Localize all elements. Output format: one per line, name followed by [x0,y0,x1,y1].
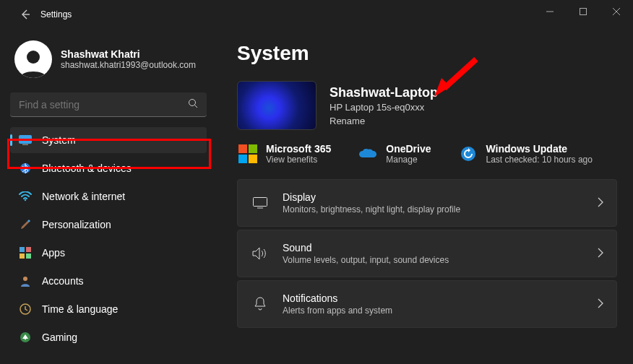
svg-point-5 [189,100,196,106]
svg-rect-19 [254,198,267,207]
accounts-icon [19,274,32,287]
sidebar-item-network[interactable]: Network & internet [10,183,207,209]
device-model: HP Laptop 15s-eq0xxx [330,102,438,113]
onedrive-icon [358,144,377,163]
card-sound[interactable]: Sound Volume levels, output, input, soun… [237,230,617,277]
sidebar-item-accounts[interactable]: Accounts [10,268,207,294]
chevron-right-icon [598,298,603,311]
bell-icon [251,297,270,311]
search-box[interactable] [10,92,207,117]
update-icon [459,144,478,163]
paintbrush-icon [19,218,32,231]
rename-link[interactable]: Rename [330,116,438,126]
card-sub: Volume levels, output, input, sound devi… [283,255,449,265]
card-title: Sound [283,242,449,254]
sidebar-item-gaming[interactable]: Gaming [10,324,207,350]
service-sub: Last checked: 10 hours ago [486,155,593,165]
system-icon [19,134,32,147]
sidebar-item-label: Network & internet [42,191,125,202]
svg-rect-8 [22,144,28,146]
sidebar-item-label: Apps [42,247,65,259]
device-wallpaper [237,81,316,130]
window-title: Settings [40,9,72,20]
card-notifications[interactable]: Notifications Alerts from apps and syste… [237,280,617,328]
sidebar-item-label: System [42,134,76,146]
card-title: Notifications [283,292,392,304]
svg-rect-7 [20,136,32,144]
sidebar-item-bluetooth[interactable]: Bluetooth & devices [10,155,207,181]
svg-rect-14 [26,254,31,259]
settings-cards: Display Monitors, brightness, night ligh… [237,179,617,328]
svg-point-4 [27,51,40,64]
svg-line-6 [195,105,198,108]
back-button[interactable] [13,2,38,27]
sound-icon [251,247,270,260]
sidebar-item-apps[interactable]: Apps [10,240,207,266]
window-controls [533,0,633,23]
svg-rect-13 [20,254,25,259]
maximize-button[interactable] [567,0,600,23]
minimize-button[interactable] [533,0,567,23]
svg-rect-11 [20,247,25,252]
nav-list: System Bluetooth & devices Network & int… [10,127,207,350]
sidebar: Shashwat Khatri shashwat.khatri1993@outl… [0,29,217,364]
sidebar-item-time[interactable]: Time & language [10,296,207,322]
chevron-right-icon [598,197,603,209]
avatar [14,40,52,78]
microsoft-icon [238,144,257,163]
sidebar-item-label: Time & language [42,303,118,315]
search-input[interactable] [19,99,188,110]
close-button[interactable] [600,0,633,23]
sidebar-item-system[interactable]: System [10,127,207,153]
card-sub: Monitors, brightness, night light, displ… [283,204,460,214]
service-title: Microsoft 365 [266,143,331,155]
main-content: System Shashwat-Laptop HP Laptop 15s-eq0… [217,29,633,364]
card-sub: Alerts from apps and system [283,306,392,316]
page-title: System [237,42,617,65]
svg-point-15 [23,277,27,281]
sidebar-item-label: Bluetooth & devices [42,162,132,174]
bluetooth-icon [19,162,32,175]
sidebar-item-label: Personalization [42,219,111,230]
chevron-right-icon [598,248,603,260]
sidebar-item-label: Gaming [42,332,77,343]
service-windows-update[interactable]: Windows Update Last checked: 10 hours ag… [459,143,593,165]
svg-rect-12 [26,247,31,252]
card-title: Display [283,191,460,203]
user-name: Shashwat Khatri [61,48,196,60]
service-sub: Manage [386,155,431,165]
user-email: shashwat.khatri1993@outlook.com [61,60,196,70]
card-display[interactable]: Display Monitors, brightness, night ligh… [237,179,617,227]
service-title: OneDrive [386,143,431,155]
display-icon [251,197,270,209]
service-microsoft365[interactable]: Microsoft 365 View benefits [238,143,331,165]
services-row: Microsoft 365 View benefits OneDrive Man… [237,143,617,165]
sidebar-item-label: Accounts [42,275,84,287]
sidebar-item-personalization[interactable]: Personalization [10,212,207,238]
svg-point-10 [25,199,26,201]
clock-icon [19,303,32,316]
search-icon [188,98,198,110]
gaming-icon [19,331,32,344]
device-info: Shashwat-Laptop HP Laptop 15s-eq0xxx Ren… [237,81,617,130]
service-sub: View benefits [266,155,331,165]
service-title: Windows Update [486,143,593,155]
svg-rect-1 [580,9,587,15]
titlebar: Settings [0,0,633,29]
device-name: Shashwat-Laptop [330,85,438,100]
service-onedrive[interactable]: OneDrive Manage [358,143,431,165]
apps-icon [19,246,32,259]
user-block[interactable]: Shashwat Khatri shashwat.khatri1993@outl… [10,38,207,90]
wifi-icon [19,190,32,203]
